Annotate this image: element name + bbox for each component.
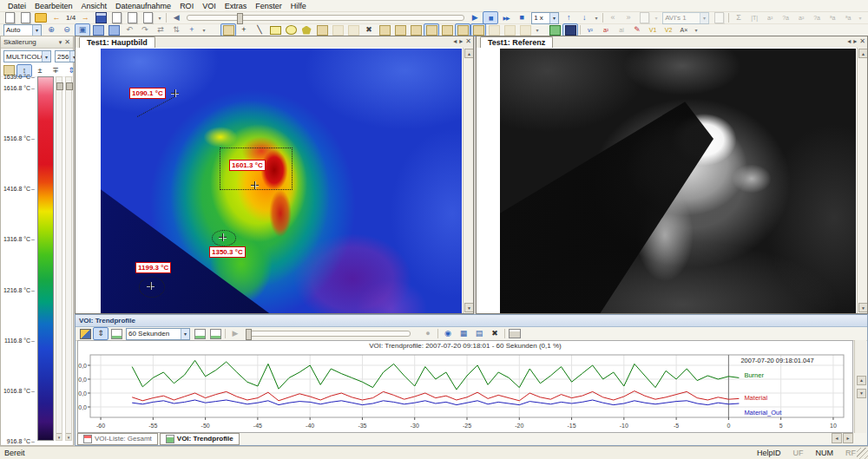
position-slider[interactable] — [187, 13, 464, 23]
record-trend-icon[interactable]: ● — [420, 327, 436, 340]
toolbar-overflow-icon[interactable]: ▾ — [592, 11, 601, 24]
reference-image[interactable] — [500, 49, 856, 313]
voi-area-icon[interactable]: ai — [614, 23, 629, 36]
pan-icon[interactable] — [106, 23, 122, 36]
flip-horizontal-icon[interactable]: ⇄ — [153, 23, 168, 36]
menu-item-voi[interactable]: VOI — [198, 2, 220, 10]
delete-trend-icon[interactable]: ✖ — [487, 327, 503, 340]
toolbar-overflow-icon[interactable]: ▾ — [856, 11, 865, 24]
rotate-left-icon[interactable]: ↶ — [122, 23, 137, 36]
voi-value-max-icon[interactable]: v² — [582, 23, 598, 36]
toolbar-overflow-icon[interactable]: ▾ — [652, 11, 661, 24]
chevron-down-icon[interactable]: ▾ — [56, 433, 62, 440]
fit-to-window-icon[interactable]: ▣ — [75, 23, 90, 36]
tab-scroll-right-icon[interactable]: ▸ — [459, 37, 463, 45]
autoscale-trend-icon[interactable]: ⇕ — [93, 327, 108, 340]
roi-paste-icon[interactable] — [330, 23, 345, 36]
avi-settings-icon[interactable] — [711, 11, 727, 24]
measure-sigma-icon[interactable]: Σ — [731, 11, 746, 24]
menu-item-fenster[interactable]: Fenster — [251, 2, 286, 10]
menu-item-roi[interactable]: ROI — [175, 2, 198, 10]
trend-tab-voi-trendprofile[interactable]: VOI: Trendprofile — [160, 433, 240, 445]
tab-referenz[interactable]: Test1: Referenz — [480, 36, 553, 48]
measure-abs-icon[interactable]: |T| — [746, 11, 762, 24]
play-icon[interactable]: ▶ — [467, 11, 483, 24]
roi-more-icon[interactable] — [517, 23, 533, 36]
trend-tab-voi-liste-gesamt[interactable]: VOI-Liste: Gesamt — [77, 433, 158, 445]
tab-scroll-right-icon[interactable]: ▸ — [853, 37, 857, 45]
flip-vertical-icon[interactable]: ⇅ — [168, 23, 184, 36]
roi-polygon-icon[interactable] — [299, 23, 314, 36]
prev-image-icon[interactable]: ← — [49, 11, 64, 24]
roi-export-icon[interactable] — [455, 23, 470, 36]
voi-table-icon[interactable] — [547, 23, 562, 36]
ref-image-scrollbar[interactable]: ▲ ▼ — [857, 48, 867, 313]
toolbar-overflow-icon[interactable]: ▾ — [692, 23, 700, 36]
voi-area-max-icon[interactable]: a² — [598, 23, 614, 36]
copy-image-icon[interactable] — [108, 11, 124, 24]
export-image-icon[interactable] — [140, 11, 155, 24]
scroll-up-icon[interactable]: ▲ — [464, 49, 473, 58]
roi-delete-icon[interactable]: ✖ — [361, 23, 377, 36]
chart-view-icon[interactable]: ▤ — [471, 327, 487, 340]
thermal-image[interactable]: 1090.1 °C 1601.3 °C 1350.3 °C 1199.3 °C — [101, 49, 462, 313]
roi-cut-icon[interactable] — [345, 23, 361, 36]
roi-line-icon[interactable]: ╲ — [252, 23, 267, 36]
rotate-right-icon[interactable]: ↷ — [137, 23, 153, 36]
spot-marker-icon[interactable] — [171, 89, 179, 97]
measure-qab-icon[interactable]: ?a — [809, 11, 825, 24]
copy-trend-icon[interactable] — [207, 327, 223, 340]
scroll-up-icon[interactable]: ▲ — [857, 376, 866, 385]
voi-edit-icon[interactable]: ✎ — [629, 23, 645, 36]
menu-item-datei[interactable]: Datei — [3, 2, 30, 10]
pin-icon[interactable]: ▾ — [59, 39, 62, 46]
scroll-right-icon[interactable]: ► — [843, 433, 853, 443]
roi-settings-icon[interactable] — [470, 23, 486, 36]
step-up-icon[interactable]: ↑ — [561, 11, 576, 24]
play-trend-icon[interactable]: ▶ — [227, 327, 243, 340]
new-document-icon[interactable] — [2, 11, 17, 24]
roi-copy-icon[interactable] — [314, 23, 330, 36]
measure-qa-icon[interactable]: ?a — [778, 11, 793, 24]
close-icon[interactable]: ✕ — [859, 37, 865, 45]
copy-palette-icon[interactable] — [220, 23, 236, 36]
step-down-icon[interactable]: ↓ — [576, 11, 592, 24]
roi-rectangle-icon[interactable] — [267, 23, 283, 36]
snapshot-icon[interactable] — [636, 11, 652, 24]
zoom-out-icon[interactable]: ⊖ — [59, 23, 75, 36]
copy-frame-icon[interactable] — [124, 11, 140, 24]
menu-item-bearbeiten[interactable]: Bearbeiten — [30, 2, 77, 10]
interval-combo[interactable]: 60 Sekunden▾ — [126, 328, 190, 340]
table-view-icon[interactable]: ▦ — [456, 327, 471, 340]
menu-item-ansicht[interactable]: Ansicht — [77, 2, 112, 10]
roi-lock-icon[interactable] — [392, 23, 408, 36]
trend-chart-plot[interactable]: -60-55-50-45-40-35-30-25-20-15-10-505101… — [78, 351, 854, 435]
roi-refresh-icon[interactable] — [486, 23, 502, 36]
stop-icon[interactable]: ■ — [514, 11, 529, 24]
voi-delete-icon[interactable]: A× — [676, 23, 692, 36]
scale-max-slider[interactable]: ▾ — [56, 76, 62, 441]
voi-show1-icon[interactable]: V1 — [645, 23, 661, 36]
first-frame-icon[interactable]: « — [605, 11, 621, 24]
close-icon[interactable]: ✕ — [64, 38, 70, 46]
chevron-down-icon[interactable]: ▾ — [66, 433, 71, 440]
roi-import-icon[interactable] — [439, 23, 455, 36]
next-image-icon[interactable]: → — [77, 11, 93, 24]
roi-clear-icon[interactable] — [502, 23, 517, 36]
tab-scroll-left-icon[interactable]: ◂ — [847, 37, 851, 45]
actual-size-icon[interactable] — [90, 23, 106, 36]
zoom-in-icon[interactable]: ⊕ — [43, 23, 59, 36]
move-icon[interactable]: + — [184, 23, 200, 36]
scale-lower-icon[interactable]: ∓ — [48, 64, 63, 77]
sound-icon[interactable]: ◀ — [168, 11, 184, 24]
fast-forward-icon[interactable]: ▶▶ — [498, 11, 514, 24]
measure-a2b-icon[interactable]: a² — [793, 11, 809, 24]
menu-item-datenaufnahme[interactable]: Datenaufnahme — [111, 2, 175, 10]
print-trend-icon[interactable] — [507, 327, 523, 340]
main-image-scrollbar[interactable]: ▲ ▼ — [463, 48, 473, 313]
open-image-icon[interactable] — [17, 11, 33, 24]
export-trend-icon[interactable] — [192, 327, 207, 340]
view-trend-icon[interactable]: ◉ — [440, 327, 456, 340]
voi-select-icon[interactable] — [77, 327, 93, 340]
last-frame-icon[interactable]: » — [621, 11, 636, 24]
